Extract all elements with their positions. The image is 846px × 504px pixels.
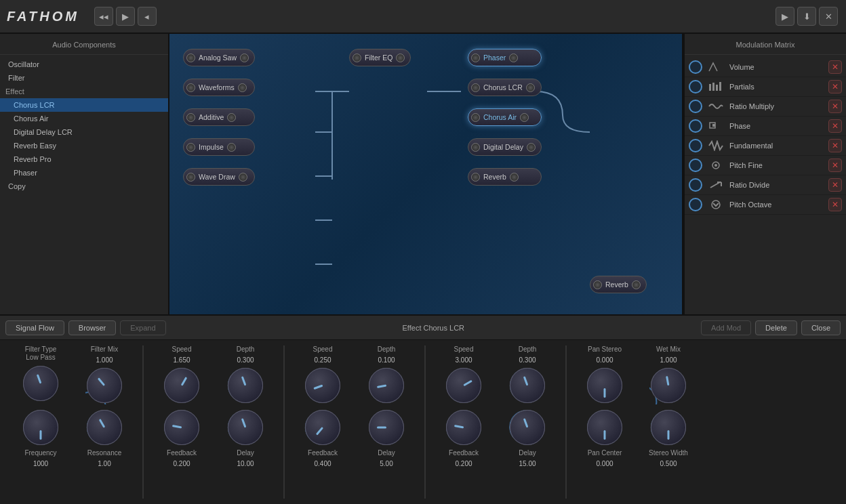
mod-circle-ratio-multiply[interactable] <box>689 100 702 113</box>
pan-stereo-knob[interactable] <box>587 368 622 403</box>
mod-close-phase[interactable]: ✕ <box>828 119 842 133</box>
depth1-knob[interactable] <box>228 368 263 403</box>
node-digital-delay-label: Digital Delay <box>483 143 523 151</box>
delay1-knob[interactable] <box>228 410 263 445</box>
mod-circle-phase[interactable] <box>689 119 702 133</box>
mod-icon-ratio-divide <box>706 178 725 192</box>
mod-circle-pitch-fine[interactable] <box>689 159 702 172</box>
depth3-knob[interactable] <box>510 368 545 403</box>
mod-circle-pitch-octave[interactable] <box>689 198 702 211</box>
node-reverb-left[interactable]: Reverb <box>468 168 542 186</box>
mod-label-pitch-fine: Pitch Fine <box>729 161 828 169</box>
sidebar-item-oscillator[interactable]: Oscillator <box>0 58 168 71</box>
download-button[interactable]: ⬇ <box>797 7 816 26</box>
chorus-right-row1: Speed 3.000 Depth 0.300 <box>437 345 555 404</box>
sidebar-item-chorus-air[interactable]: Chorus Air <box>0 112 168 125</box>
sidebar-item-digital-delay-lcr[interactable]: Digital Delay LCR <box>0 125 168 139</box>
close-button[interactable]: Close <box>801 320 841 335</box>
wet-mix-group: Wet Mix 1.000 <box>641 345 696 404</box>
mod-label-phase: Phase <box>729 122 828 130</box>
sidebar-item-copy[interactable]: Copy <box>0 180 168 193</box>
feedback2-knob[interactable] <box>305 410 340 445</box>
pan-center-knob[interactable] <box>587 410 622 445</box>
mod-close-partials[interactable]: ✕ <box>828 80 842 93</box>
filter-mix-group: Filter Mix 1.000 <box>77 345 132 404</box>
mod-icon-volume <box>706 60 725 74</box>
port-wave-draw-right <box>239 173 247 182</box>
rewind-button[interactable]: ◂◂ <box>94 7 113 26</box>
depth3-group: Depth 0.300 <box>500 345 555 404</box>
node-chorus-lcr[interactable]: Chorus LCR <box>468 79 542 96</box>
depth1-knob-container <box>226 366 264 404</box>
node-digital-delay[interactable]: Digital Delay <box>468 138 542 156</box>
delay3-knob[interactable] <box>510 410 545 445</box>
speed2-knob[interactable] <box>305 368 340 403</box>
output-row2: Pan Center 0.000 Stereo Width 0.5 <box>578 408 696 467</box>
chorus-center-section: Speed 0.250 Depth 0.100 <box>289 345 420 499</box>
node-analog-saw[interactable]: Analog Saw <box>183 49 255 66</box>
mod-circle-volume[interactable] <box>689 60 702 74</box>
port-phaser-left <box>471 54 480 62</box>
stereo-width-value: 0.500 <box>660 460 677 467</box>
node-filter-eq[interactable]: Filter EQ <box>349 49 411 66</box>
feedback1-knob-container <box>163 408 201 446</box>
back-button[interactable]: ◂ <box>138 7 157 26</box>
speed3-knob[interactable] <box>446 368 481 403</box>
node-waveforms[interactable]: Waveforms <box>183 79 255 96</box>
port-filter-eq-left <box>352 54 361 62</box>
mod-circle-ratio-divide[interactable] <box>689 178 702 192</box>
mod-label-ratio-multiply: Ratio Multiply <box>729 102 828 110</box>
feedback3-value: 0.200 <box>455 460 472 467</box>
signal-flow-button[interactable]: Signal Flow <box>5 320 64 335</box>
mod-close-ratio-divide[interactable]: ✕ <box>828 178 842 192</box>
mod-close-fundamental[interactable]: ✕ <box>828 139 842 152</box>
mod-close-ratio-multiply[interactable]: ✕ <box>828 100 842 113</box>
sidebar-item-filter[interactable]: Filter <box>0 71 168 85</box>
node-phaser[interactable]: Phaser <box>468 49 542 66</box>
delete-button[interactable]: Delete <box>755 320 797 335</box>
stereo-width-knob[interactable] <box>651 410 686 445</box>
port-reverb-right-left <box>593 280 602 289</box>
node-reverb-right-label: Reverb <box>605 280 628 289</box>
resonance-knob[interactable] <box>87 410 122 445</box>
mod-close-volume[interactable]: ✕ <box>828 60 842 74</box>
play-right-button[interactable]: ▶ <box>776 7 794 26</box>
mod-circle-partials[interactable] <box>689 80 702 93</box>
delay1-value: 10.00 <box>237 460 254 467</box>
delay2-knob[interactable] <box>369 410 404 445</box>
sidebar-item-phaser[interactable]: Phaser <box>0 166 168 180</box>
node-additive[interactable]: Additive <box>183 108 255 126</box>
node-impulse[interactable]: Impulse <box>183 138 255 156</box>
speed2-knob-container <box>304 366 342 404</box>
node-chorus-air[interactable]: Chorus Air <box>468 108 542 126</box>
output-row1: Pan Stereo 0.000 Wet Mix 1.000 <box>578 345 696 404</box>
frequency-value: 1000 <box>33 460 48 467</box>
filter-type-knob[interactable] <box>23 366 58 401</box>
close-top-button[interactable]: ✕ <box>819 7 838 26</box>
mod-circle-fundamental[interactable] <box>689 139 702 152</box>
mod-close-pitch-fine[interactable]: ✕ <box>828 159 842 172</box>
node-reverb-right[interactable]: Reverb <box>590 276 647 293</box>
sidebar-item-reverb-pro[interactable]: Reverb Pro <box>0 152 168 166</box>
filter-mix-knob[interactable] <box>87 368 122 403</box>
wet-mix-knob[interactable] <box>651 368 686 403</box>
node-wave-draw[interactable]: Wave Draw <box>183 168 255 186</box>
depth2-knob[interactable] <box>369 368 404 403</box>
browser-button[interactable]: Browser <box>68 320 116 335</box>
frequency-knob[interactable] <box>23 410 58 445</box>
play-button[interactable]: ▶ <box>116 7 135 26</box>
expand-button[interactable]: Expand <box>120 320 165 335</box>
port-reverb-left-left <box>471 173 480 182</box>
feedback3-knob[interactable] <box>446 410 481 445</box>
delay1-label: Delay <box>237 449 254 457</box>
sidebar-item-reverb-easy[interactable]: Reverb Easy <box>0 139 168 152</box>
mod-label-pitch-octave: Pitch Octave <box>729 201 828 209</box>
sidebar-item-chorus-lcr[interactable]: Chorus LCR <box>0 98 168 112</box>
node-filter-eq-label: Filter EQ <box>365 54 392 62</box>
speed1-knob[interactable] <box>164 368 199 403</box>
feedback1-knob[interactable] <box>164 410 199 445</box>
port-chorus-air-left <box>471 113 480 122</box>
mod-close-pitch-octave[interactable]: ✕ <box>828 198 842 211</box>
mod-row-ratio-divide: Ratio Divide ✕ <box>685 175 846 195</box>
add-mod-button[interactable]: Add Mod <box>701 320 751 335</box>
